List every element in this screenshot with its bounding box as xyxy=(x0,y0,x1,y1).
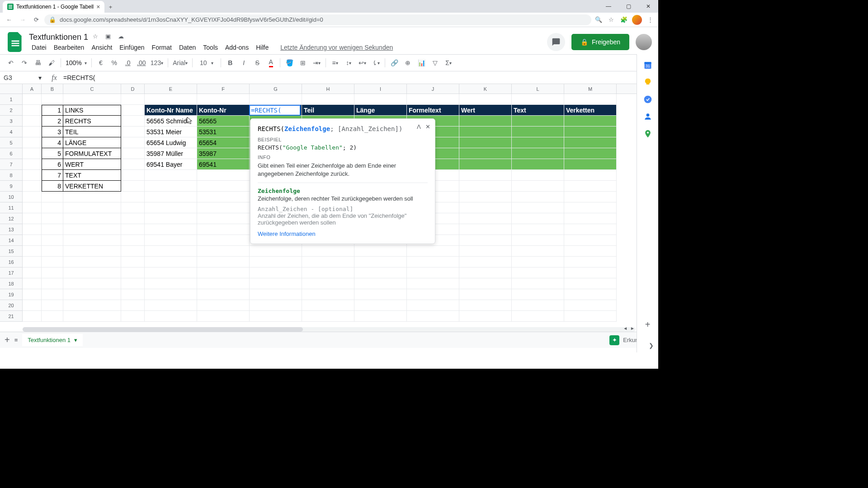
share-button[interactable]: 🔒 Freigeben xyxy=(571,34,629,50)
cell[interactable] xyxy=(512,170,564,181)
col-header[interactable]: E xyxy=(145,84,197,94)
cell[interactable] xyxy=(564,300,617,311)
cell[interactable] xyxy=(564,116,617,127)
row-header[interactable]: 10 xyxy=(0,192,23,202)
spreadsheet-grid[interactable]: A B C D E F G H I J K L M 121LINKSKonto-… xyxy=(0,84,658,332)
cell[interactable] xyxy=(459,137,512,148)
cell[interactable] xyxy=(63,224,121,235)
cell[interactable] xyxy=(459,192,512,202)
cell[interactable] xyxy=(302,311,354,322)
cell[interactable] xyxy=(145,267,197,278)
bookmark-icon[interactable]: ☆ xyxy=(607,15,616,24)
cell[interactable] xyxy=(564,213,617,224)
browser-tab[interactable]: Textfunktionen 1 - Google Tabell × xyxy=(3,1,104,13)
cell[interactable] xyxy=(354,94,407,105)
menu-einfuegen[interactable]: Einfügen xyxy=(117,43,147,52)
cell[interactable] xyxy=(197,181,250,192)
cell[interactable] xyxy=(197,311,250,322)
cell[interactable] xyxy=(302,289,354,300)
cell[interactable] xyxy=(42,267,63,278)
row-header[interactable]: 18 xyxy=(0,278,23,289)
cell[interactable]: 56565 Schmidt xyxy=(145,116,197,127)
cell[interactable] xyxy=(145,235,197,246)
scroll-arrows[interactable]: ◄► xyxy=(622,325,636,332)
cell[interactable]: 7 xyxy=(42,170,63,181)
move-icon[interactable]: ▣ xyxy=(105,33,113,41)
text-color-button[interactable]: A xyxy=(264,56,277,69)
number-format-select[interactable]: 123▾ xyxy=(149,56,165,69)
extensions-icon[interactable]: 🧩 xyxy=(619,15,628,24)
col-header[interactable]: G xyxy=(250,84,302,94)
cell[interactable] xyxy=(145,202,197,213)
cell[interactable]: Text xyxy=(512,105,564,116)
row-header[interactable]: 2 xyxy=(0,105,23,116)
link-button[interactable]: 🔗 xyxy=(388,56,401,69)
row-header[interactable]: 13 xyxy=(0,224,23,235)
cell[interactable]: Konto-Nr xyxy=(197,105,250,116)
cell[interactable] xyxy=(197,267,250,278)
cell[interactable] xyxy=(23,257,42,267)
cell[interactable] xyxy=(145,213,197,224)
keep-icon[interactable] xyxy=(643,78,652,87)
cell[interactable] xyxy=(42,246,63,257)
row-header[interactable]: 20 xyxy=(0,300,23,311)
col-header[interactable]: D xyxy=(121,84,145,94)
cell[interactable] xyxy=(564,148,617,159)
cell[interactable] xyxy=(121,116,145,127)
cell[interactable]: 69541 Bayer xyxy=(145,159,197,170)
add-addon-button[interactable]: + xyxy=(645,319,651,330)
cell-formula-input[interactable] xyxy=(250,106,300,115)
cell[interactable] xyxy=(23,267,42,278)
cell[interactable] xyxy=(121,192,145,202)
cell[interactable] xyxy=(42,278,63,289)
cell[interactable]: Formeltext xyxy=(407,105,459,116)
cell[interactable] xyxy=(512,267,564,278)
cell[interactable] xyxy=(459,181,512,192)
cell[interactable] xyxy=(121,213,145,224)
comment-button[interactable]: ⊕ xyxy=(401,56,414,69)
cell[interactable] xyxy=(121,235,145,246)
cell[interactable] xyxy=(564,192,617,202)
comments-button[interactable] xyxy=(547,33,565,51)
row-header[interactable]: 6 xyxy=(0,148,23,159)
cell[interactable] xyxy=(145,257,197,267)
cell[interactable] xyxy=(302,246,354,257)
cell[interactable]: 65654 xyxy=(197,137,250,148)
cell[interactable] xyxy=(564,202,617,213)
star-icon[interactable]: ☆ xyxy=(93,33,101,41)
row-header[interactable]: 1 xyxy=(0,94,23,105)
cell[interactable] xyxy=(42,235,63,246)
cell[interactable]: WERT xyxy=(63,159,121,170)
cell[interactable]: 5 xyxy=(42,148,63,159)
undo-button[interactable]: ↶ xyxy=(5,56,17,69)
cell[interactable] xyxy=(23,159,42,170)
cell[interactable] xyxy=(23,300,42,311)
cell[interactable] xyxy=(63,289,121,300)
maps-icon[interactable] xyxy=(643,129,652,138)
sheets-logo-icon[interactable] xyxy=(6,31,24,53)
cell[interactable] xyxy=(121,159,145,170)
row-header[interactable]: 17 xyxy=(0,267,23,278)
cell[interactable] xyxy=(459,278,512,289)
col-header[interactable]: H xyxy=(302,84,354,94)
cell[interactable] xyxy=(145,289,197,300)
cell[interactable] xyxy=(354,311,407,322)
menu-ansicht[interactable]: Ansicht xyxy=(89,43,115,52)
cell[interactable] xyxy=(512,300,564,311)
cell[interactable] xyxy=(564,170,617,181)
cell[interactable] xyxy=(23,94,42,105)
menu-hilfe[interactable]: Hilfe xyxy=(253,43,271,52)
cell[interactable] xyxy=(145,300,197,311)
forward-button[interactable]: → xyxy=(17,14,28,25)
row-header[interactable]: 4 xyxy=(0,127,23,137)
cell[interactable] xyxy=(63,202,121,213)
cell[interactable] xyxy=(459,94,512,105)
cell[interactable] xyxy=(459,170,512,181)
cell[interactable] xyxy=(459,257,512,267)
cell[interactable] xyxy=(121,127,145,137)
increase-decimal-button[interactable]: .00 xyxy=(135,56,148,69)
cell[interactable] xyxy=(197,94,250,105)
cell[interactable] xyxy=(23,105,42,116)
zoom-indicator-icon[interactable]: 🔍 xyxy=(594,15,603,24)
row-header[interactable]: 12 xyxy=(0,213,23,224)
